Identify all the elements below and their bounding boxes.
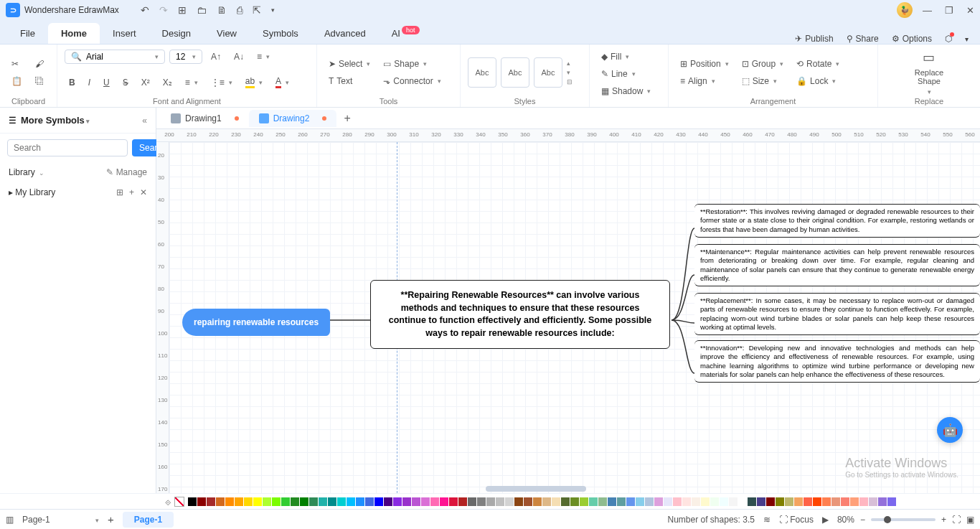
doc-tab-2[interactable]: Drawing2: [249, 110, 337, 127]
color-swatch[interactable]: [309, 497, 318, 506]
subscript-icon[interactable]: X₂: [159, 75, 176, 90]
color-swatch[interactable]: [822, 497, 831, 506]
color-swatch[interactable]: [729, 497, 738, 506]
color-swatch[interactable]: [692, 497, 700, 506]
ai-chat-fab[interactable]: 🤖: [937, 417, 963, 443]
color-swatch[interactable]: [757, 497, 765, 506]
rotate-button[interactable]: ⟲ Rotate▾: [792, 56, 844, 72]
symbol-search-input[interactable]: [7, 139, 128, 156]
style-gallery[interactable]: Abc Abc Abc: [468, 57, 562, 88]
new-icon[interactable]: ⊞: [178, 4, 187, 16]
horizontal-scrollbar[interactable]: [486, 486, 586, 492]
save-icon[interactable]: 🗎: [217, 4, 227, 16]
mindmap-leaf-replacement[interactable]: **Replacement**: In some cases, it may b…: [694, 293, 980, 335]
tab-advanced[interactable]: Advanced: [311, 23, 379, 44]
position-button[interactable]: ⊞ Position▾: [676, 56, 733, 72]
color-swatch[interactable]: [598, 497, 607, 506]
fullscreen-icon[interactable]: ▣: [966, 515, 974, 525]
color-swatch[interactable]: [272, 497, 281, 506]
style-preset-1[interactable]: Abc: [468, 57, 496, 88]
text-tool[interactable]: T Text: [324, 73, 374, 89]
lock-button[interactable]: 🔒 Lock▾: [792, 73, 844, 89]
color-swatch[interactable]: [347, 497, 355, 506]
style-preset-3[interactable]: Abc: [534, 57, 562, 88]
bold-icon[interactable]: B: [65, 75, 80, 90]
color-swatch[interactable]: [365, 497, 374, 506]
color-swatch[interactable]: [337, 497, 346, 506]
color-swatch[interactable]: [319, 497, 327, 506]
color-swatch[interactable]: [514, 497, 523, 506]
mindmap-leaf-maintenance[interactable]: **Maintenance**: Regular maintenance act…: [694, 244, 980, 286]
color-swatch[interactable]: [207, 497, 215, 506]
user-avatar[interactable]: 🦆: [897, 2, 913, 18]
color-swatch[interactable]: [197, 497, 206, 506]
focus-mode-button[interactable]: ⛶ Focus: [779, 515, 814, 525]
color-swatch[interactable]: [720, 497, 728, 506]
color-swatch[interactable]: [356, 497, 364, 506]
tab-home[interactable]: Home: [48, 23, 100, 44]
color-swatch[interactable]: [384, 497, 392, 506]
strike-icon[interactable]: S̶: [118, 75, 133, 90]
copy-format-icon[interactable]: 🖌: [31, 56, 48, 72]
zoom-slider[interactable]: [871, 518, 936, 521]
shape-tool[interactable]: ▭ Shape▾: [379, 56, 445, 72]
color-swatch[interactable]: [813, 497, 821, 506]
color-swatch[interactable]: [794, 497, 803, 506]
open-icon[interactable]: 🗀: [197, 4, 207, 16]
library-grid-icon[interactable]: ⊞: [116, 187, 123, 197]
color-swatch[interactable]: [421, 497, 430, 506]
page-layout-icon[interactable]: ▥: [6, 515, 14, 525]
tab-file[interactable]: File: [7, 23, 48, 44]
underline-icon[interactable]: U: [99, 75, 114, 90]
library-label[interactable]: Library ⌄: [9, 167, 44, 177]
replace-shape-button[interactable]: ▭ Replace Shape ▾: [908, 51, 951, 94]
add-document-button[interactable]: +: [336, 109, 357, 128]
align-options-icon[interactable]: ≡▾: [253, 49, 274, 65]
highlight-icon[interactable]: ab▾: [241, 73, 267, 91]
color-swatch[interactable]: [263, 497, 271, 506]
italic-icon[interactable]: I: [84, 75, 95, 90]
tab-design[interactable]: Design: [149, 23, 204, 44]
connector-tool[interactable]: ⬎ Connector▾: [379, 73, 445, 89]
color-swatch[interactable]: [486, 497, 495, 506]
color-swatch[interactable]: [374, 497, 383, 506]
color-swatch[interactable]: [645, 497, 654, 506]
color-swatch[interactable]: [402, 497, 411, 506]
color-swatch[interactable]: [710, 497, 719, 506]
menu-more-icon[interactable]: ▾: [965, 35, 969, 43]
color-swatch[interactable]: [636, 497, 644, 506]
color-swatch[interactable]: [831, 497, 840, 506]
color-swatch[interactable]: [841, 497, 849, 506]
color-swatch[interactable]: [216, 497, 225, 506]
color-swatch[interactable]: [850, 497, 859, 506]
export-icon[interactable]: ⇱: [253, 4, 261, 16]
color-swatch[interactable]: [300, 497, 308, 506]
align-button[interactable]: ≡ Align▾: [676, 73, 733, 89]
options-button[interactable]: ⚙ Options: [892, 34, 932, 44]
color-swatch[interactable]: [804, 497, 812, 506]
color-swatch[interactable]: [682, 497, 691, 506]
color-swatch[interactable]: [766, 497, 775, 506]
canvas[interactable]: 2002102202302402502602702802903003103203…: [156, 129, 980, 493]
add-page-button[interactable]: +: [108, 513, 114, 525]
color-swatch[interactable]: [776, 497, 784, 506]
fit-page-icon[interactable]: ⛶: [952, 515, 961, 525]
font-size-select[interactable]: 12▾: [169, 50, 202, 64]
collapse-panel-icon[interactable]: «: [142, 116, 147, 126]
color-swatch[interactable]: [664, 497, 672, 506]
qat-more-icon[interactable]: ▾: [271, 6, 275, 14]
color-swatch[interactable]: [580, 497, 588, 506]
color-swatch[interactable]: [281, 497, 290, 506]
my-library-item[interactable]: ▸ My Library: [9, 187, 55, 197]
color-swatch[interactable]: [477, 497, 486, 506]
library-close-icon[interactable]: ✕: [140, 187, 147, 197]
no-fill-swatch[interactable]: [174, 497, 184, 507]
color-swatch[interactable]: [589, 497, 598, 506]
mindmap-leaf-innovation[interactable]: **Innovation**: Developing new and innov…: [694, 340, 980, 383]
color-swatch[interactable]: [393, 497, 402, 506]
superscript-icon[interactable]: X²: [137, 75, 154, 90]
mindmap-root-node[interactable]: repairing renewable resources: [182, 309, 330, 336]
style-preset-2[interactable]: Abc: [501, 57, 529, 88]
color-swatch[interactable]: [412, 497, 420, 506]
color-swatch[interactable]: [533, 497, 542, 506]
